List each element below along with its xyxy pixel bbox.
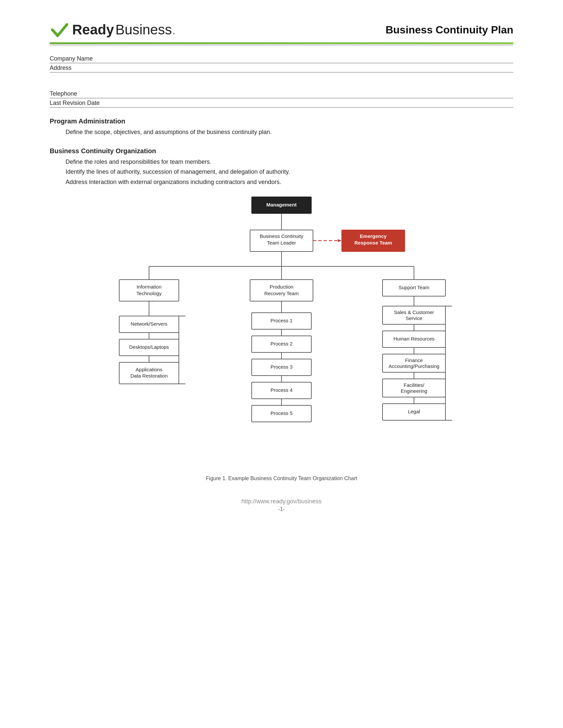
gray-divider	[50, 45, 513, 45]
svg-text:Facilities/: Facilities/	[404, 382, 425, 388]
last-revision-label: Last Revision Date	[50, 100, 116, 107]
section-bco-body: Define the roles and responsibilities fo…	[66, 157, 513, 187]
address-field[interactable]: Address	[50, 65, 513, 72]
svg-text:Service: Service	[406, 315, 422, 321]
svg-text:Legal: Legal	[408, 409, 420, 414]
svg-text:Business Continuity: Business Continuity	[259, 233, 304, 239]
svg-marker-5	[338, 239, 342, 242]
org-chart: .box-rect { fill: white; stroke: #555; s…	[83, 187, 480, 481]
header: Ready Business . Business Continuity Pla…	[50, 20, 513, 40]
telephone-field[interactable]: Telephone	[50, 90, 513, 98]
checkmark-icon	[50, 20, 70, 40]
svg-text:Human Resources: Human Resources	[394, 336, 435, 341]
svg-text:Team Leader: Team Leader	[267, 240, 296, 246]
svg-text:Process 5: Process 5	[270, 410, 293, 416]
company-fields: Company Name Address	[50, 55, 513, 72]
svg-text:Desktops/Laptops: Desktops/Laptops	[129, 344, 169, 350]
svg-text:Data Restoration: Data Restoration	[130, 373, 168, 379]
section-bco-title: Business Continuity Organization	[50, 147, 513, 155]
svg-text:Engineering: Engineering	[401, 388, 427, 394]
section-program-admin-title: Program Administration	[50, 117, 513, 125]
org-chart-svg: .box-rect { fill: white; stroke: #555; s…	[83, 187, 480, 468]
address-label: Address	[50, 65, 116, 71]
page-title: Business Continuity Plan	[386, 24, 513, 36]
logo-ready: Ready	[72, 22, 114, 38]
svg-text:Sales & Customer: Sales & Customer	[394, 309, 434, 315]
telephone-label: Telephone	[50, 90, 116, 97]
section-program-admin-body: Define the scope, objectives, and assump…	[66, 127, 513, 137]
logo-area: Ready Business .	[50, 20, 176, 40]
footer: http://www.ready.gov/business -1-	[50, 498, 513, 512]
svg-text:Management: Management	[266, 202, 297, 207]
svg-text:Network/Servers: Network/Servers	[131, 321, 167, 327]
last-revision-field[interactable]: Last Revision Date	[50, 100, 513, 108]
section-bco: Business Continuity Organization Define …	[50, 147, 513, 187]
svg-text:Production: Production	[269, 284, 294, 290]
svg-text:Technology: Technology	[136, 291, 162, 296]
footer-url: http://www.ready.gov/business	[50, 498, 513, 505]
logo-business: Business	[116, 22, 172, 38]
section-program-admin: Program Administration Define the scope,…	[50, 117, 513, 137]
logo-dot: .	[172, 22, 176, 38]
footer-page: -1-	[50, 506, 513, 512]
svg-text:Applications: Applications	[136, 367, 163, 372]
svg-text:Emergency: Emergency	[360, 233, 387, 239]
green-divider	[50, 42, 513, 44]
svg-text:Recovery Team: Recovery Team	[264, 291, 299, 296]
company-name-label: Company Name	[50, 55, 116, 62]
svg-text:Support Team: Support Team	[399, 285, 429, 290]
figure-caption: Figure 1. Example Business Continuity Te…	[83, 476, 480, 481]
svg-text:Response Team: Response Team	[354, 240, 392, 246]
svg-text:Finance: Finance	[405, 357, 423, 363]
svg-text:Information: Information	[136, 284, 161, 290]
svg-text:Process 3: Process 3	[270, 364, 293, 370]
fields-spacer	[50, 82, 513, 90]
contact-fields: Telephone Last Revision Date	[50, 90, 513, 108]
svg-text:Process 2: Process 2	[270, 341, 293, 346]
company-name-field[interactable]: Company Name	[50, 55, 513, 63]
svg-text:Accounting/Purchasing: Accounting/Purchasing	[389, 363, 439, 369]
svg-text:Process 1: Process 1	[270, 318, 293, 323]
svg-text:Process 4: Process 4	[270, 387, 293, 393]
